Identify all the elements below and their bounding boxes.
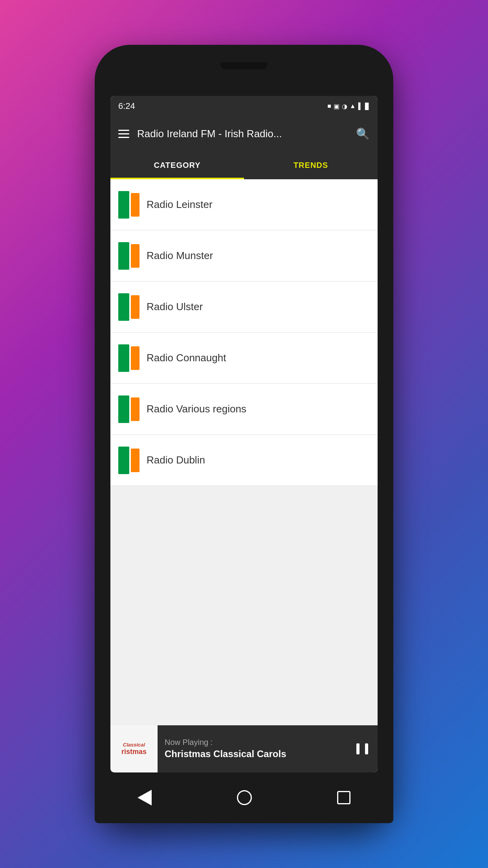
recent-apps-icon [337, 791, 350, 804]
list-item[interactable]: Radio Munster [110, 230, 378, 281]
flag-green [118, 447, 129, 474]
list-empty-space [110, 486, 378, 533]
pause-bar-right [365, 743, 368, 754]
flag-green [118, 242, 129, 270]
search-icon[interactable]: 🔍 [356, 127, 370, 140]
irish-flag-icon [118, 395, 139, 423]
list-item[interactable]: Radio Connaught [110, 333, 378, 384]
phone-screen: 6:24 ■ ▣ ◑ ▲ ▌ ▊ Radio Ireland FM - Iris… [110, 96, 378, 772]
flag-orange [131, 397, 139, 421]
back-button[interactable] [138, 790, 152, 805]
sim-icon: ▣ [334, 103, 339, 110]
list-item-label: Radio Leinster [147, 199, 213, 211]
flag-green [118, 191, 129, 219]
home-button[interactable] [237, 790, 252, 805]
now-playing-bar: Classical ristmas Now Playing : Christma… [110, 725, 378, 772]
flag-orange [131, 346, 139, 370]
irish-flag-icon [118, 242, 139, 270]
tab-trends[interactable]: TRENDS [244, 151, 378, 179]
back-icon [138, 790, 152, 805]
battery-icon: ▊ [365, 103, 370, 110]
status-time: 6:24 [118, 101, 135, 111]
pause-bar-left [356, 743, 360, 754]
thumb-text: ristmas [121, 748, 147, 756]
flag-green [118, 293, 129, 321]
media-icon: ◑ [342, 103, 347, 110]
tab-category[interactable]: CATEGORY [110, 151, 244, 179]
phone-notch [220, 62, 268, 69]
list-item-label: Radio Connaught [147, 352, 226, 364]
flag-orange [131, 244, 139, 268]
hamburger-menu-button[interactable] [118, 130, 129, 138]
list-item-label: Radio Dublin [147, 454, 205, 466]
hamburger-line-2 [118, 133, 129, 134]
list-item[interactable]: Radio Various regions [110, 384, 378, 435]
status-bar: 6:24 ■ ▣ ◑ ▲ ▌ ▊ [110, 96, 378, 116]
square-icon: ■ [327, 103, 331, 110]
pause-button[interactable] [347, 743, 378, 754]
radio-categories-list: Radio Leinster Radio Munster Radio Ulste… [110, 179, 378, 725]
list-item[interactable]: Radio Ulster [110, 281, 378, 333]
irish-flag-icon [118, 447, 139, 474]
flag-orange [131, 449, 139, 472]
flag-orange [131, 295, 139, 319]
app-bar: Radio Ireland FM - Irish Radio... 🔍 [110, 116, 378, 151]
list-item[interactable]: Radio Dublin [110, 435, 378, 486]
app-title: Radio Ireland FM - Irish Radio... [137, 128, 356, 140]
hamburger-line-3 [118, 137, 129, 138]
signal-icon: ▌ [358, 103, 363, 110]
now-playing-thumbnail: Classical ristmas [110, 725, 158, 772]
now-playing-title: Christmas Classical Carols [165, 748, 340, 760]
irish-flag-icon [118, 293, 139, 321]
flag-green [118, 395, 129, 423]
home-icon [237, 790, 252, 805]
thumb-brand: Classical [123, 742, 145, 748]
flag-green [118, 344, 129, 372]
hamburger-line-1 [118, 130, 129, 131]
list-item-label: Radio Ulster [147, 301, 203, 313]
recent-apps-button[interactable] [337, 791, 350, 804]
irish-flag-icon [118, 344, 139, 372]
list-item-label: Radio Munster [147, 250, 213, 262]
now-playing-info: Now Playing : Christmas Classical Carols [158, 738, 347, 760]
wifi-icon: ▲ [350, 103, 356, 110]
irish-flag-icon [118, 191, 139, 219]
list-item-label: Radio Various regions [147, 403, 246, 415]
status-icons: ■ ▣ ◑ ▲ ▌ ▊ [327, 103, 370, 110]
nav-bar [95, 772, 393, 823]
flag-orange [131, 193, 139, 217]
tabs-bar: CATEGORY TRENDS [110, 151, 378, 179]
phone-device: 6:24 ■ ▣ ◑ ▲ ▌ ▊ Radio Ireland FM - Iris… [95, 45, 393, 823]
list-item[interactable]: Radio Leinster [110, 179, 378, 230]
now-playing-label: Now Playing : [165, 738, 340, 747]
